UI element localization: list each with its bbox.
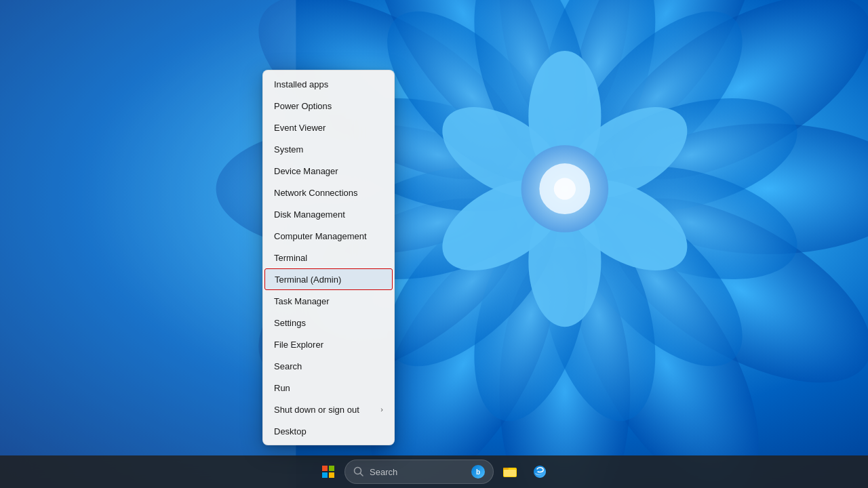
menu-item-event-viewer[interactable]: Event Viewer — [263, 117, 394, 138]
svg-rect-38 — [329, 472, 334, 478]
svg-rect-34 — [0, 0, 296, 488]
start-button[interactable] — [315, 458, 342, 485]
bing-icon: b — [471, 465, 485, 479]
menu-item-network-connections[interactable]: Network Connections — [263, 182, 394, 203]
menu-item-label-system: System — [274, 144, 303, 155]
menu-item-label-terminal-admin: Terminal (Admin) — [275, 274, 341, 285]
edge-button[interactable] — [526, 458, 553, 485]
svg-rect-43 — [504, 470, 516, 476]
taskbar: Search b — [0, 455, 868, 488]
menu-item-label-installed-apps: Installed apps — [274, 79, 328, 89]
menu-item-label-computer-management: Computer Management — [274, 231, 367, 241]
menu-item-file-explorer[interactable]: File Explorer — [263, 333, 394, 355]
wallpaper — [0, 0, 868, 488]
menu-item-label-disk-management: Disk Management — [274, 209, 345, 220]
menu-item-label-settings: Settings — [274, 318, 306, 328]
menu-item-label-search: Search — [274, 361, 302, 371]
menu-item-label-event-viewer: Event Viewer — [274, 123, 326, 133]
menu-item-shut-down-sign-out[interactable]: Shut down or sign out› — [263, 399, 394, 420]
menu-item-settings[interactable]: Settings — [263, 312, 394, 333]
file-explorer-button[interactable] — [496, 458, 524, 485]
menu-item-installed-apps[interactable]: Installed apps — [263, 73, 394, 95]
menu-item-run[interactable]: Run — [263, 377, 394, 399]
menu-item-label-desktop: Desktop — [274, 426, 307, 436]
svg-rect-35 — [322, 466, 328, 471]
taskbar-search[interactable]: Search b — [344, 460, 494, 484]
svg-rect-36 — [329, 466, 334, 471]
menu-item-label-run: Run — [274, 383, 290, 393]
svg-rect-37 — [322, 472, 328, 478]
svg-rect-42 — [503, 468, 509, 470]
menu-item-power-options[interactable]: Power Options — [263, 95, 394, 117]
menu-item-label-device-manager: Device Manager — [274, 166, 338, 176]
menu-item-search[interactable]: Search — [263, 355, 394, 377]
menu-item-label-terminal: Terminal — [274, 253, 307, 263]
menu-item-device-manager[interactable]: Device Manager — [263, 160, 394, 182]
menu-item-task-manager[interactable]: Task Manager — [263, 290, 394, 312]
desktop: Installed appsPower OptionsEvent ViewerS… — [0, 0, 868, 488]
taskbar-search-label: Search — [370, 467, 397, 477]
submenu-chevron-shut-down-sign-out: › — [380, 405, 383, 413]
svg-line-40 — [361, 474, 363, 476]
menu-item-label-network-connections: Network Connections — [274, 188, 358, 198]
search-icon — [353, 466, 364, 477]
menu-item-label-file-explorer: File Explorer — [274, 340, 323, 350]
svg-point-33 — [554, 178, 576, 200]
menu-item-label-task-manager: Task Manager — [274, 296, 330, 306]
menu-item-computer-management[interactable]: Computer Management — [263, 225, 394, 247]
menu-item-label-shut-down-sign-out: Shut down or sign out — [274, 405, 359, 415]
menu-item-terminal-admin[interactable]: Terminal (Admin) — [264, 268, 393, 290]
taskbar-center: Search b — [315, 458, 553, 485]
menu-item-system[interactable]: System — [263, 138, 394, 160]
context-menu: Installed appsPower OptionsEvent ViewerS… — [262, 70, 395, 445]
menu-item-disk-management[interactable]: Disk Management — [263, 203, 394, 225]
menu-item-label-power-options: Power Options — [274, 101, 332, 111]
menu-item-desktop[interactable]: Desktop — [263, 420, 394, 442]
menu-item-terminal[interactable]: Terminal — [263, 247, 394, 268]
